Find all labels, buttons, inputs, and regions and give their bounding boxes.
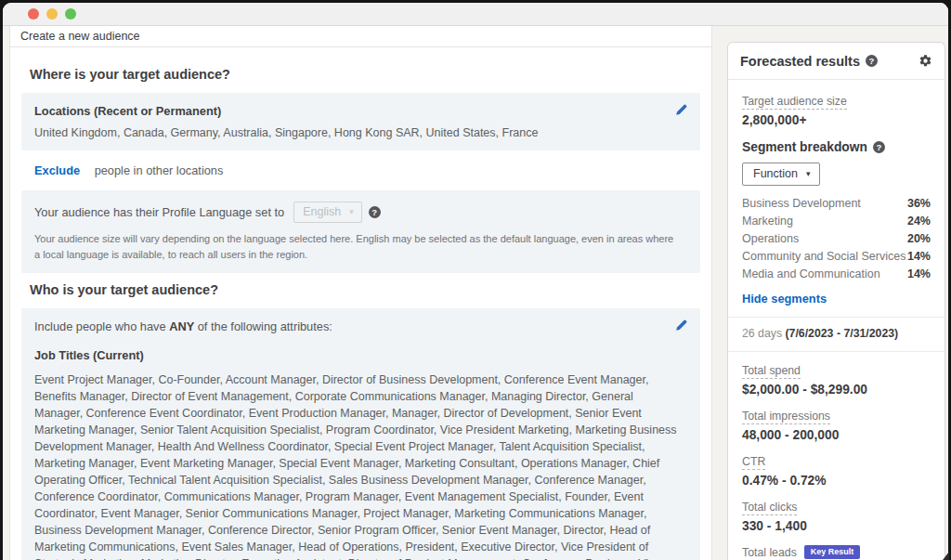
date-days: 26 days [742, 327, 782, 340]
where-heading: Where is your target audience? [30, 67, 700, 82]
cursor-artifact [943, 552, 949, 560]
include-line: Include people who have ANY of the follo… [34, 319, 687, 333]
segment-filter-dropdown[interactable]: Function ▾ [742, 163, 820, 186]
segment-label: Business Development [742, 197, 861, 210]
metric-value: 48,000 - 200,000 [742, 428, 931, 442]
forecast-panel: Forecasted results ? Target audience siz… [727, 42, 945, 560]
key-result-badge: Key Result [804, 545, 861, 559]
segment-row: Operations 20% [742, 229, 931, 247]
job-titles-label: Job Titles (Current) [34, 348, 687, 362]
window-maximize-button[interactable] [65, 8, 76, 20]
window-minimize-button[interactable] [46, 8, 58, 20]
segment-row: Media and Communication 14% [742, 265, 931, 282]
chevron-down-icon: ▾ [349, 207, 354, 216]
language-note: Your audience size will vary depending o… [34, 231, 675, 262]
audience-size-value: 2,800,000+ [742, 113, 931, 127]
pencil-icon [674, 104, 687, 117]
segment-label: Media and Communication [742, 267, 880, 280]
segment-breakdown-heading: Segment breakdown ? [742, 140, 931, 154]
audience-editor-panel: Create a new audience Where is your targ… [9, 26, 712, 560]
hide-segments-link[interactable]: Hide segments [742, 292, 827, 306]
segment-label: Operations [742, 232, 799, 245]
metric-value: 330 - 1,400 [742, 519, 931, 533]
include-prefix: Include people who have [34, 319, 166, 333]
forecast-title: Forecasted results [740, 54, 860, 69]
locations-card: Locations (Recent or Permanent) United K… [21, 93, 700, 150]
window-titlebar [3, 3, 948, 26]
locations-label: Locations (Recent or Permanent) [34, 104, 687, 118]
segment-breakdown-label: Segment breakdown [742, 140, 867, 154]
exclude-row: Exclude people in other locations [34, 163, 700, 177]
segment-value: 14% [907, 267, 931, 280]
include-any: ANY [169, 319, 194, 333]
segment-label: Marketing [742, 215, 793, 228]
exclude-link[interactable]: Exclude [34, 163, 80, 177]
divider [728, 351, 944, 352]
segment-value: 20% [907, 232, 931, 245]
metric-label: Total leads [742, 546, 797, 560]
who-heading: Who is your target audience? [30, 282, 700, 297]
page-title: Create a new audience [10, 26, 711, 47]
exclude-text: people in other locations [95, 163, 224, 177]
segment-value: 24% [907, 215, 931, 228]
total-impressions-metric: Total impressions 48,000 - 200,000 [742, 407, 931, 442]
metric-value: $2,000.00 - $8,299.00 [742, 383, 931, 397]
chevron-down-icon: ▾ [806, 169, 811, 178]
divider [728, 317, 944, 318]
metric-value: 0.47% - 0.72% [742, 474, 931, 488]
gear-icon [918, 54, 932, 68]
attributes-card: Include people who have ANY of the follo… [21, 308, 700, 560]
segment-row: Community and Social Services 14% [742, 247, 931, 265]
segment-row: Marketing 24% [742, 212, 931, 229]
forecast-date-range: 26 days (7/6/2023 - 7/31/2023) [742, 327, 931, 340]
metric-label: Total clicks [742, 501, 797, 515]
job-titles-list: Event Project Manager, Co-Founder, Accou… [34, 371, 681, 560]
pencil-icon [674, 319, 687, 332]
settings-button[interactable] [918, 54, 932, 68]
audience-size-metric: Target audience size 2,800,000+ [742, 92, 931, 127]
forecast-header: Forecasted results ? [728, 43, 944, 80]
metric-label: Total spend [742, 364, 801, 379]
language-prefix: Your audience has their Profile Language… [34, 205, 284, 219]
metric-label: Total impressions [742, 410, 830, 424]
forecast-help-icon[interactable]: ? [866, 55, 878, 67]
segment-label: Community and Social Services [742, 250, 905, 263]
page-content: Create a new audience Where is your targ… [3, 26, 948, 560]
date-range-value: (7/6/2023 - 7/31/2023) [786, 327, 899, 340]
edit-attributes-button[interactable] [672, 318, 689, 334]
language-selected-value: English [303, 205, 341, 218]
include-suffix: of the following attributes: [198, 319, 332, 333]
segment-list: Business Development 36% Marketing 24% O… [742, 194, 931, 282]
audience-size-label: Target audience size [742, 95, 847, 110]
window-close-button[interactable] [28, 8, 39, 20]
segment-filter-value: Function [753, 167, 798, 180]
segment-help-icon[interactable]: ? [873, 141, 885, 153]
browser-window: Create a new audience Where is your targ… [3, 3, 948, 560]
segment-row: Business Development 36% [742, 194, 931, 212]
language-select[interactable]: English ▾ [293, 202, 362, 223]
edit-locations-button[interactable] [672, 102, 689, 119]
metric-label: CTR [742, 455, 765, 470]
segment-value: 36% [907, 197, 931, 210]
total-spend-metric: Total spend $2,000.00 - $8,299.00 [742, 361, 931, 397]
segment-value: 14% [907, 250, 931, 263]
ctr-metric: CTR 0.47% - 0.72% [742, 452, 931, 488]
language-help-icon[interactable]: ? [369, 206, 381, 218]
total-clicks-metric: Total clicks 330 - 1,400 [742, 498, 931, 533]
language-card: Your audience has their Profile Language… [21, 190, 700, 273]
locations-value: United Kingdom, Canada, Germany, Austral… [34, 126, 687, 139]
total-leads-metric: Total leadsKey Result 11 - 44 [742, 543, 931, 560]
